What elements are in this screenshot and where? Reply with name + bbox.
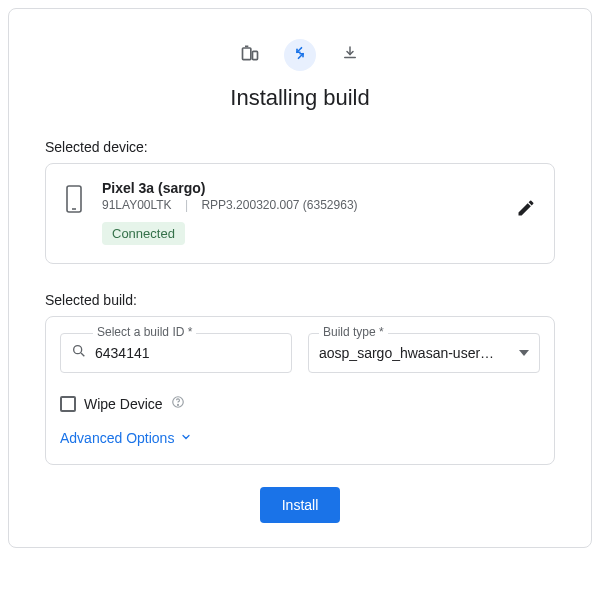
status-badge: Connected [102, 222, 185, 245]
edit-device-button[interactable] [516, 198, 536, 222]
device-fingerprint: RPP3.200320.007 (6352963) [201, 198, 357, 212]
selected-device-card: Pixel 3a (sargo) 91LAY00LTK | RPP3.20032… [45, 163, 555, 264]
install-build-card: Installing build Selected device: Pixel … [8, 8, 592, 548]
step-device [234, 39, 266, 71]
build-type-value: aosp_sargo_hwasan-user… [319, 345, 519, 361]
advanced-options-label: Advanced Options [60, 430, 174, 446]
wipe-device-checkbox[interactable] [60, 396, 76, 412]
svg-rect-3 [67, 186, 81, 212]
pencil-icon [516, 204, 536, 221]
meta-separator: | [185, 198, 188, 212]
selected-build-label: Selected build: [45, 292, 555, 308]
device-name: Pixel 3a (sargo) [102, 180, 536, 196]
install-button[interactable]: Install [260, 487, 341, 523]
build-id-field[interactable]: Select a build ID * [60, 333, 292, 373]
build-id-input[interactable] [93, 344, 281, 362]
step-download [334, 39, 366, 71]
step-install [284, 39, 316, 71]
download-icon [341, 44, 359, 66]
chevron-down-icon [180, 430, 192, 446]
svg-point-8 [177, 404, 178, 405]
swap-icon [291, 44, 309, 66]
device-step-icon [240, 43, 260, 67]
wipe-device-label: Wipe Device [84, 396, 163, 412]
svg-line-6 [81, 353, 84, 356]
build-id-label: Select a build ID * [93, 325, 196, 339]
device-info: Pixel 3a (sargo) 91LAY00LTK | RPP3.20032… [102, 180, 536, 245]
build-type-label: Build type * [319, 325, 388, 339]
device-serial: 91LAY00LTK [102, 198, 172, 212]
svg-point-5 [74, 346, 82, 354]
build-fields-row: Select a build ID * Build type * aosp_sa… [60, 333, 540, 373]
help-icon[interactable] [171, 395, 185, 412]
chevron-down-icon [519, 344, 529, 362]
advanced-options-toggle[interactable]: Advanced Options [60, 430, 540, 446]
selected-build-card: Select a build ID * Build type * aosp_sa… [45, 316, 555, 465]
svg-rect-0 [243, 48, 251, 60]
svg-rect-1 [253, 51, 258, 59]
build-type-field[interactable]: Build type * aosp_sargo_hwasan-user… [308, 333, 540, 373]
device-icon [64, 184, 84, 218]
search-icon [71, 343, 87, 363]
selected-device-label: Selected device: [45, 139, 555, 155]
wipe-device-row: Wipe Device [60, 395, 540, 412]
page-title: Installing build [45, 85, 555, 111]
footer: Install [45, 487, 555, 523]
stepper [45, 39, 555, 71]
device-meta: 91LAY00LTK | RPP3.200320.007 (6352963) [102, 198, 536, 212]
